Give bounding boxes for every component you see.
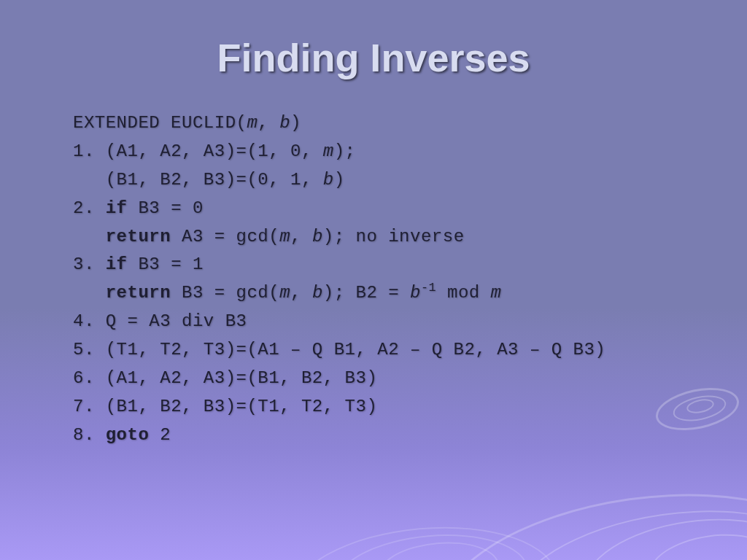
algorithm-header: EXTENDED EUCLID(m, b) [73, 109, 674, 138]
step-1: 1. (A1, A2, A3)=(1, 0, m); [73, 138, 674, 166]
ripple-decoration [686, 397, 716, 416]
step-number: 2. [73, 198, 106, 218]
text: (A1, A2, A3)=(B1, B2, B3) [106, 368, 378, 388]
text: EXTENDED EUCLID( [73, 113, 247, 133]
ripple-decoration [646, 526, 747, 560]
text: ) [290, 113, 301, 133]
text: Q = A3 div B3 [106, 311, 247, 331]
indent [73, 170, 106, 190]
var-m: m [279, 283, 290, 303]
text: , [290, 227, 312, 246]
text: ); [334, 141, 356, 161]
step-number: 6. [73, 368, 106, 388]
step-number: 7. [73, 397, 106, 416]
var-m: m [279, 227, 290, 246]
ripple-decoration [377, 537, 501, 560]
text: B3 = 0 [128, 198, 204, 218]
step-7: 7. (B1, B2, B3)=(T1, T2, T3) [73, 393, 674, 421]
keyword-if: if [106, 198, 128, 218]
algorithm-listing: EXTENDED EUCLID(m, b) 1. (A1, A2, A3)=(1… [73, 109, 674, 450]
text: ); B2 = [323, 283, 410, 303]
keyword-return: return [106, 227, 171, 246]
keyword-return: return [106, 283, 171, 303]
ripple-decoration [287, 516, 562, 560]
step-5: 5. (T1, T2, T3)=(A1 – Q B1, A2 – Q B2, A… [73, 336, 674, 365]
var-b: b [312, 283, 323, 303]
text: ) [334, 170, 345, 190]
step-number: 4. [73, 311, 106, 331]
text: B3 = 1 [128, 254, 204, 274]
indent [73, 227, 106, 246]
var-b: b [410, 283, 421, 303]
var-m: m [323, 141, 334, 161]
ripple-decoration [577, 506, 747, 560]
step-4: 4. Q = A3 div B3 [73, 308, 674, 336]
ripple-decoration [502, 491, 747, 560]
text: B3 = gcd( [171, 283, 279, 303]
ripple-decoration [670, 392, 728, 426]
var-b: b [323, 170, 334, 190]
step-8: 8. goto 2 [73, 421, 674, 450]
ripple-decoration [333, 527, 532, 560]
step-number: 3. [73, 254, 106, 274]
step-number: 1. [73, 141, 106, 161]
step-2: 2. if B3 = 0 [73, 195, 674, 223]
text: , [258, 113, 279, 133]
param-b: b [279, 113, 290, 133]
indent [73, 283, 106, 303]
exponent: -1 [421, 281, 436, 295]
text: (B1, B2, B3)=(0, 1, [106, 170, 323, 190]
text: (A1, A2, A3)=(1, 0, [106, 141, 323, 161]
keyword-if: if [106, 254, 128, 274]
keyword-goto: goto [106, 425, 150, 445]
step-3: 3. if B3 = 1 [73, 251, 674, 279]
text: (B1, B2, B3)=(T1, T2, T3) [106, 397, 378, 416]
step-6: 6. (A1, A2, A3)=(B1, B2, B3) [73, 365, 674, 393]
text: 2 [149, 425, 171, 445]
text: , [290, 283, 312, 303]
step-1-cont: (B1, B2, B3)=(0, 1, b) [73, 166, 674, 195]
step-number: 5. [73, 340, 106, 359]
text: A3 = gcd( [171, 227, 279, 246]
ripple-decoration [425, 470, 747, 560]
text: (T1, T2, T3)=(A1 – Q B1, A2 – Q B2, A3 –… [106, 340, 606, 359]
step-number: 8. [73, 425, 106, 445]
slide: Finding Inverses EXTENDED EUCLID(m, b) 1… [0, 0, 747, 560]
var-b: b [312, 227, 323, 246]
text: mod [436, 283, 491, 303]
var-m: m [491, 283, 502, 303]
step-3-return: return B3 = gcd(m, b); B2 = b-1 mod m [73, 279, 674, 308]
text: ); no inverse [323, 227, 465, 246]
step-2-return: return A3 = gcd(m, b); no inverse [73, 223, 674, 252]
param-m: m [247, 113, 258, 133]
slide-title: Finding Inverses [73, 35, 674, 80]
